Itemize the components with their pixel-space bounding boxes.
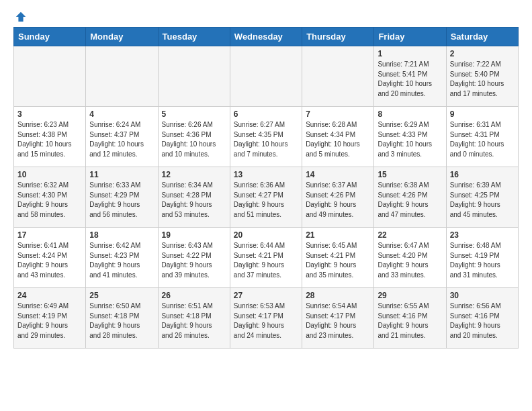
day-cell: 17Sunrise: 6:41 AM Sunset: 4:24 PM Dayli… <box>14 228 86 288</box>
day-number: 14 <box>306 170 370 179</box>
day-number: 24 <box>17 291 82 300</box>
day-number: 12 <box>162 170 226 179</box>
day-number: 22 <box>378 230 442 240</box>
header-day-monday: Monday <box>86 28 158 46</box>
day-number: 17 <box>17 230 82 240</box>
page: SundayMondayTuesdayWednesdayThursdayFrid… <box>0 0 532 355</box>
day-info: Sunrise: 6:41 AM Sunset: 4:24 PM Dayligh… <box>17 241 82 280</box>
day-number: 27 <box>234 291 298 300</box>
day-cell: 18Sunrise: 6:42 AM Sunset: 4:23 PM Dayli… <box>86 228 158 288</box>
day-number: 29 <box>378 291 442 300</box>
day-info: Sunrise: 6:43 AM Sunset: 4:22 PM Dayligh… <box>162 241 226 280</box>
day-cell: 23Sunrise: 6:48 AM Sunset: 4:19 PM Dayli… <box>446 228 518 288</box>
day-info: Sunrise: 6:54 AM Sunset: 4:17 PM Dayligh… <box>306 302 370 340</box>
day-info: Sunrise: 6:42 AM Sunset: 4:23 PM Dayligh… <box>89 241 154 280</box>
header-day-sunday: Sunday <box>14 28 86 46</box>
day-number: 1 <box>378 49 442 58</box>
day-cell: 3Sunrise: 6:23 AM Sunset: 4:38 PM Daylig… <box>14 107 86 167</box>
calendar-table: SundayMondayTuesdayWednesdayThursdayFrid… <box>13 27 519 349</box>
day-info: Sunrise: 6:44 AM Sunset: 4:21 PM Dayligh… <box>234 241 298 280</box>
day-info: Sunrise: 6:26 AM Sunset: 4:36 PM Dayligh… <box>162 120 226 159</box>
day-cell: 10Sunrise: 6:32 AM Sunset: 4:30 PM Dayli… <box>14 167 86 228</box>
day-cell: 25Sunrise: 6:50 AM Sunset: 4:18 PM Dayli… <box>86 288 158 349</box>
header-row: SundayMondayTuesdayWednesdayThursdayFrid… <box>14 28 519 46</box>
day-info: Sunrise: 6:33 AM Sunset: 4:29 PM Dayligh… <box>89 181 154 220</box>
week-row-3: 10Sunrise: 6:32 AM Sunset: 4:30 PM Dayli… <box>14 167 519 228</box>
day-number: 25 <box>89 291 154 300</box>
header-day-saturday: Saturday <box>446 28 518 46</box>
day-cell: 30Sunrise: 6:56 AM Sunset: 4:16 PM Dayli… <box>446 288 518 349</box>
day-number: 23 <box>450 230 515 240</box>
day-info: Sunrise: 6:29 AM Sunset: 4:33 PM Dayligh… <box>378 120 442 159</box>
day-info: Sunrise: 6:37 AM Sunset: 4:26 PM Dayligh… <box>306 181 370 220</box>
day-number: 30 <box>450 291 515 300</box>
day-info: Sunrise: 6:36 AM Sunset: 4:27 PM Dayligh… <box>234 181 298 220</box>
day-info: Sunrise: 6:34 AM Sunset: 4:28 PM Dayligh… <box>162 181 226 220</box>
day-cell: 7Sunrise: 6:28 AM Sunset: 4:34 PM Daylig… <box>302 107 374 167</box>
day-cell: 28Sunrise: 6:54 AM Sunset: 4:17 PM Dayli… <box>302 288 374 349</box>
svg-marker-0 <box>16 12 26 21</box>
day-info: Sunrise: 6:27 AM Sunset: 4:35 PM Dayligh… <box>234 120 298 159</box>
day-cell: 13Sunrise: 6:36 AM Sunset: 4:27 PM Dayli… <box>230 167 302 228</box>
day-cell: 8Sunrise: 6:29 AM Sunset: 4:33 PM Daylig… <box>374 107 446 167</box>
day-number: 26 <box>162 291 226 300</box>
day-cell: 14Sunrise: 6:37 AM Sunset: 4:26 PM Dayli… <box>302 167 374 228</box>
day-info: Sunrise: 6:47 AM Sunset: 4:20 PM Dayligh… <box>378 241 442 280</box>
day-info: Sunrise: 7:21 AM Sunset: 5:41 PM Dayligh… <box>378 60 442 99</box>
day-number: 16 <box>450 170 515 179</box>
header-day-wednesday: Wednesday <box>230 28 302 46</box>
day-cell: 22Sunrise: 6:47 AM Sunset: 4:20 PM Dayli… <box>374 228 446 288</box>
day-cell: 15Sunrise: 6:38 AM Sunset: 4:26 PM Dayli… <box>374 167 446 228</box>
day-info: Sunrise: 6:50 AM Sunset: 4:18 PM Dayligh… <box>89 302 154 340</box>
day-number: 20 <box>234 230 298 240</box>
day-number: 2 <box>450 49 515 58</box>
day-cell: 2Sunrise: 7:22 AM Sunset: 5:40 PM Daylig… <box>446 46 518 107</box>
day-number: 7 <box>306 109 370 119</box>
day-cell: 26Sunrise: 6:51 AM Sunset: 4:18 PM Dayli… <box>158 288 230 349</box>
day-cell: 16Sunrise: 6:39 AM Sunset: 4:25 PM Dayli… <box>446 167 518 228</box>
day-cell: 12Sunrise: 6:34 AM Sunset: 4:28 PM Dayli… <box>158 167 230 228</box>
day-cell: 9Sunrise: 6:31 AM Sunset: 4:31 PM Daylig… <box>446 107 518 167</box>
logo-icon <box>15 11 27 23</box>
week-row-2: 3Sunrise: 6:23 AM Sunset: 4:38 PM Daylig… <box>14 107 519 167</box>
day-info: Sunrise: 6:49 AM Sunset: 4:19 PM Dayligh… <box>17 302 82 340</box>
day-info: Sunrise: 7:22 AM Sunset: 5:40 PM Dayligh… <box>450 60 515 99</box>
day-info: Sunrise: 6:53 AM Sunset: 4:17 PM Dayligh… <box>234 302 298 340</box>
day-number: 10 <box>17 170 82 179</box>
day-number: 18 <box>89 230 154 240</box>
day-cell <box>302 46 374 107</box>
calendar-header: SundayMondayTuesdayWednesdayThursdayFrid… <box>14 28 519 46</box>
day-cell <box>158 46 230 107</box>
day-number: 11 <box>89 170 154 179</box>
header-day-tuesday: Tuesday <box>158 28 230 46</box>
day-cell: 6Sunrise: 6:27 AM Sunset: 4:35 PM Daylig… <box>230 107 302 167</box>
day-cell: 19Sunrise: 6:43 AM Sunset: 4:22 PM Dayli… <box>158 228 230 288</box>
day-number: 4 <box>89 109 154 119</box>
day-number: 15 <box>378 170 442 179</box>
day-info: Sunrise: 6:32 AM Sunset: 4:30 PM Dayligh… <box>17 181 82 220</box>
day-number: 3 <box>17 109 82 119</box>
day-number: 8 <box>378 109 442 119</box>
week-row-5: 24Sunrise: 6:49 AM Sunset: 4:19 PM Dayli… <box>14 288 519 349</box>
day-number: 6 <box>234 109 298 119</box>
day-info: Sunrise: 6:39 AM Sunset: 4:25 PM Dayligh… <box>450 181 515 220</box>
day-number: 9 <box>450 109 515 119</box>
day-cell <box>14 46 86 107</box>
day-cell: 24Sunrise: 6:49 AM Sunset: 4:19 PM Dayli… <box>14 288 86 349</box>
day-cell: 27Sunrise: 6:53 AM Sunset: 4:17 PM Dayli… <box>230 288 302 349</box>
header <box>13 11 519 20</box>
week-row-1: 1Sunrise: 7:21 AM Sunset: 5:41 PM Daylig… <box>14 46 519 107</box>
day-cell <box>86 46 158 107</box>
day-number: 28 <box>306 291 370 300</box>
day-cell: 4Sunrise: 6:24 AM Sunset: 4:37 PM Daylig… <box>86 107 158 167</box>
day-cell: 29Sunrise: 6:55 AM Sunset: 4:16 PM Dayli… <box>374 288 446 349</box>
day-info: Sunrise: 6:28 AM Sunset: 4:34 PM Dayligh… <box>306 120 370 159</box>
calendar-body: 1Sunrise: 7:21 AM Sunset: 5:41 PM Daylig… <box>14 46 519 349</box>
day-number: 21 <box>306 230 370 240</box>
day-number: 5 <box>162 109 226 119</box>
day-info: Sunrise: 6:56 AM Sunset: 4:16 PM Dayligh… <box>450 302 515 340</box>
day-cell: 1Sunrise: 7:21 AM Sunset: 5:41 PM Daylig… <box>374 46 446 107</box>
week-row-4: 17Sunrise: 6:41 AM Sunset: 4:24 PM Dayli… <box>14 228 519 288</box>
day-info: Sunrise: 6:23 AM Sunset: 4:38 PM Dayligh… <box>17 120 82 159</box>
day-cell: 5Sunrise: 6:26 AM Sunset: 4:36 PM Daylig… <box>158 107 230 167</box>
